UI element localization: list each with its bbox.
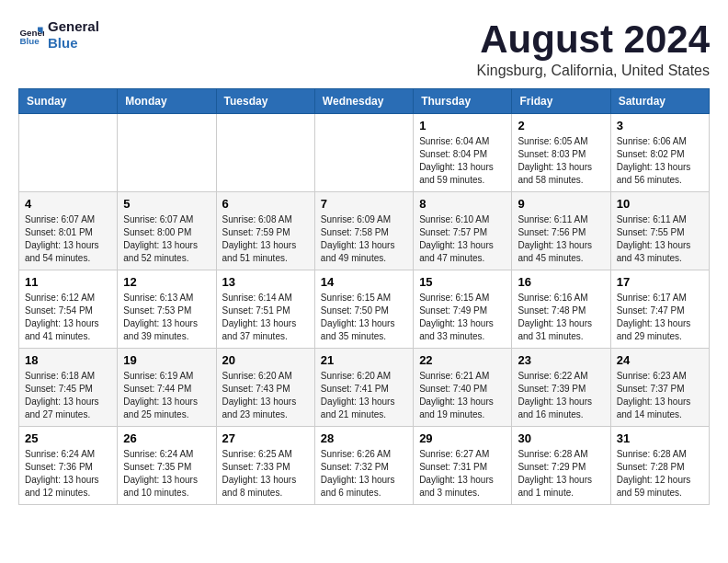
day-info: Sunrise: 6:11 AM Sunset: 7:56 PM Dayligh…	[518, 213, 604, 265]
day-info: Sunrise: 6:16 AM Sunset: 7:48 PM Dayligh…	[518, 292, 604, 343]
logo: General Blue General Blue	[18, 18, 99, 52]
calendar-cell: 5Sunrise: 6:07 AM Sunset: 8:00 PM Daylig…	[118, 192, 216, 270]
day-number: 24	[617, 353, 703, 367]
day-info: Sunrise: 6:25 AM Sunset: 7:33 PM Dayligh…	[222, 448, 309, 500]
calendar-cell: 27Sunrise: 6:25 AM Sunset: 7:33 PM Dayli…	[216, 427, 314, 505]
day-info: Sunrise: 6:06 AM Sunset: 8:02 PM Dayligh…	[617, 135, 703, 187]
calendar-week-3: 11Sunrise: 6:12 AM Sunset: 7:54 PM Dayli…	[19, 270, 710, 349]
day-info: Sunrise: 6:28 AM Sunset: 7:28 PM Dayligh…	[617, 448, 703, 500]
day-number: 29	[419, 431, 506, 445]
calendar-cell: 24Sunrise: 6:23 AM Sunset: 7:37 PM Dayli…	[610, 349, 709, 427]
day-info: Sunrise: 6:24 AM Sunset: 7:36 PM Dayligh…	[25, 448, 111, 500]
day-number: 8	[419, 197, 506, 211]
subtitle: Kingsburg, California, United States	[477, 63, 710, 79]
day-number: 31	[617, 431, 703, 445]
main-title: August 2024	[477, 18, 710, 61]
logo-icon: General Blue	[18, 22, 44, 48]
calendar-cell: 11Sunrise: 6:12 AM Sunset: 7:54 PM Dayli…	[19, 270, 118, 349]
calendar-cell: 30Sunrise: 6:28 AM Sunset: 7:29 PM Dayli…	[512, 427, 610, 505]
day-number: 27	[222, 431, 309, 445]
calendar-cell: 15Sunrise: 6:15 AM Sunset: 7:49 PM Dayli…	[414, 270, 512, 349]
col-header-monday: Monday	[118, 89, 216, 114]
day-number: 26	[123, 431, 210, 445]
calendar-cell: 31Sunrise: 6:28 AM Sunset: 7:28 PM Dayli…	[610, 427, 709, 505]
col-header-sunday: Sunday	[19, 89, 118, 114]
day-number: 16	[518, 275, 604, 289]
calendar-week-4: 18Sunrise: 6:18 AM Sunset: 7:45 PM Dayli…	[19, 349, 710, 427]
calendar-cell: 14Sunrise: 6:15 AM Sunset: 7:50 PM Dayli…	[314, 270, 413, 349]
day-info: Sunrise: 6:21 AM Sunset: 7:40 PM Dayligh…	[419, 370, 506, 421]
calendar-cell: 21Sunrise: 6:20 AM Sunset: 7:41 PM Dayli…	[314, 349, 413, 427]
logo-general: General	[48, 18, 99, 35]
col-header-tuesday: Tuesday	[216, 89, 314, 114]
calendar-cell: 17Sunrise: 6:17 AM Sunset: 7:47 PM Dayli…	[610, 270, 709, 349]
day-info: Sunrise: 6:04 AM Sunset: 8:04 PM Dayligh…	[419, 135, 506, 187]
day-info: Sunrise: 6:07 AM Sunset: 8:00 PM Dayligh…	[123, 213, 210, 265]
calendar-cell: 29Sunrise: 6:27 AM Sunset: 7:31 PM Dayli…	[414, 427, 512, 505]
day-info: Sunrise: 6:19 AM Sunset: 7:44 PM Dayligh…	[123, 370, 210, 421]
page-header: General Blue General Blue August 2024 Ki…	[18, 18, 710, 79]
day-number: 15	[419, 275, 506, 289]
calendar-cell: 20Sunrise: 6:20 AM Sunset: 7:43 PM Dayli…	[216, 349, 314, 427]
col-header-saturday: Saturday	[610, 89, 709, 114]
day-number: 9	[518, 197, 604, 211]
calendar-cell: 19Sunrise: 6:19 AM Sunset: 7:44 PM Dayli…	[118, 349, 216, 427]
day-number: 30	[518, 431, 604, 445]
day-info: Sunrise: 6:23 AM Sunset: 7:37 PM Dayligh…	[617, 370, 703, 421]
day-info: Sunrise: 6:28 AM Sunset: 7:29 PM Dayligh…	[518, 448, 604, 500]
day-number: 20	[222, 353, 309, 367]
calendar-cell: 12Sunrise: 6:13 AM Sunset: 7:53 PM Dayli…	[118, 270, 216, 349]
calendar-cell: 28Sunrise: 6:26 AM Sunset: 7:32 PM Dayli…	[314, 427, 413, 505]
day-number: 23	[518, 353, 604, 367]
calendar-cell: 7Sunrise: 6:09 AM Sunset: 7:58 PM Daylig…	[314, 192, 413, 270]
day-number: 6	[222, 197, 309, 211]
calendar-cell: 3Sunrise: 6:06 AM Sunset: 8:02 PM Daylig…	[610, 114, 709, 192]
calendar-cell	[118, 114, 216, 192]
calendar-table: SundayMondayTuesdayWednesdayThursdayFrid…	[18, 88, 710, 505]
day-info: Sunrise: 6:13 AM Sunset: 7:53 PM Dayligh…	[123, 292, 210, 343]
day-info: Sunrise: 6:10 AM Sunset: 7:57 PM Dayligh…	[419, 213, 506, 265]
day-info: Sunrise: 6:14 AM Sunset: 7:51 PM Dayligh…	[222, 292, 309, 343]
calendar-cell: 25Sunrise: 6:24 AM Sunset: 7:36 PM Dayli…	[19, 427, 118, 505]
day-info: Sunrise: 6:15 AM Sunset: 7:49 PM Dayligh…	[419, 292, 506, 343]
calendar-cell: 26Sunrise: 6:24 AM Sunset: 7:35 PM Dayli…	[118, 427, 216, 505]
day-number: 4	[25, 197, 111, 211]
day-info: Sunrise: 6:15 AM Sunset: 7:50 PM Dayligh…	[321, 292, 407, 343]
day-info: Sunrise: 6:09 AM Sunset: 7:58 PM Dayligh…	[321, 213, 407, 265]
day-info: Sunrise: 6:12 AM Sunset: 7:54 PM Dayligh…	[25, 292, 111, 343]
col-header-friday: Friday	[512, 89, 610, 114]
day-info: Sunrise: 6:20 AM Sunset: 7:41 PM Dayligh…	[321, 370, 407, 421]
calendar-week-5: 25Sunrise: 6:24 AM Sunset: 7:36 PM Dayli…	[19, 427, 710, 505]
calendar-week-1: 1Sunrise: 6:04 AM Sunset: 8:04 PM Daylig…	[19, 114, 710, 192]
calendar-week-2: 4Sunrise: 6:07 AM Sunset: 8:01 PM Daylig…	[19, 192, 710, 270]
day-number: 2	[518, 119, 604, 132]
day-number: 28	[321, 431, 407, 445]
title-block: August 2024 Kingsburg, California, Unite…	[477, 18, 710, 79]
day-info: Sunrise: 6:17 AM Sunset: 7:47 PM Dayligh…	[617, 292, 703, 343]
day-info: Sunrise: 6:08 AM Sunset: 7:59 PM Dayligh…	[222, 213, 309, 265]
day-info: Sunrise: 6:22 AM Sunset: 7:39 PM Dayligh…	[518, 370, 604, 421]
calendar-cell: 10Sunrise: 6:11 AM Sunset: 7:55 PM Dayli…	[610, 192, 709, 270]
day-number: 22	[419, 353, 506, 367]
calendar-cell: 18Sunrise: 6:18 AM Sunset: 7:45 PM Dayli…	[19, 349, 118, 427]
day-info: Sunrise: 6:07 AM Sunset: 8:01 PM Dayligh…	[25, 213, 111, 265]
day-number: 13	[222, 275, 309, 289]
calendar-header-row: SundayMondayTuesdayWednesdayThursdayFrid…	[19, 89, 710, 114]
calendar-cell: 22Sunrise: 6:21 AM Sunset: 7:40 PM Dayli…	[414, 349, 512, 427]
day-info: Sunrise: 6:26 AM Sunset: 7:32 PM Dayligh…	[321, 448, 407, 500]
day-info: Sunrise: 6:27 AM Sunset: 7:31 PM Dayligh…	[419, 448, 506, 500]
day-number: 19	[123, 353, 210, 367]
day-number: 5	[123, 197, 210, 211]
calendar-cell	[314, 114, 413, 192]
day-number: 14	[321, 275, 407, 289]
day-number: 1	[419, 119, 506, 132]
day-number: 18	[25, 353, 111, 367]
calendar-cell: 9Sunrise: 6:11 AM Sunset: 7:56 PM Daylig…	[512, 192, 610, 270]
logo-blue: Blue	[48, 35, 99, 52]
day-number: 3	[617, 119, 703, 132]
day-info: Sunrise: 6:20 AM Sunset: 7:43 PM Dayligh…	[222, 370, 309, 421]
calendar-cell: 6Sunrise: 6:08 AM Sunset: 7:59 PM Daylig…	[216, 192, 314, 270]
col-header-thursday: Thursday	[414, 89, 512, 114]
calendar-cell: 2Sunrise: 6:05 AM Sunset: 8:03 PM Daylig…	[512, 114, 610, 192]
col-header-wednesday: Wednesday	[314, 89, 413, 114]
